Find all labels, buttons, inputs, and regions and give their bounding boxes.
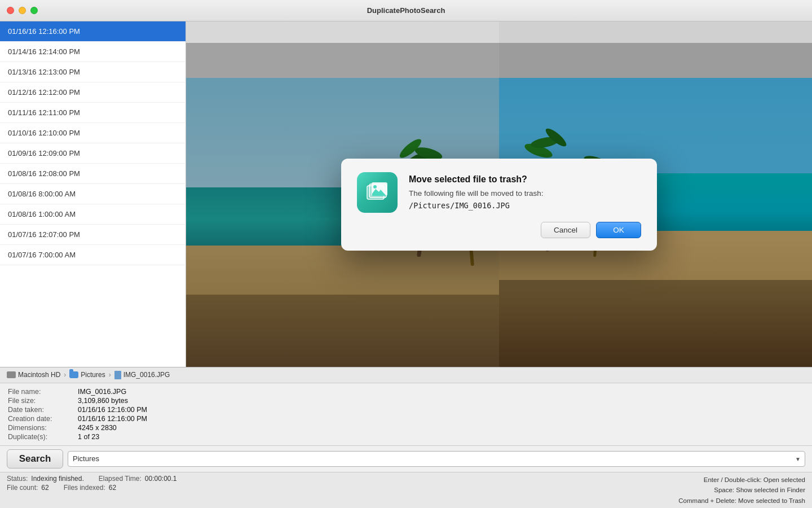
breadcrumb-folder: Pictures: [81, 371, 105, 379]
list-item[interactable]: 01/14/16 12:14:00 PM: [0, 42, 186, 62]
file-count-value: 62: [41, 484, 48, 492]
date-taken-value: 01/16/16 12:16:00 PM: [78, 406, 804, 414]
files-indexed-label: Files indexed:: [64, 484, 105, 492]
modal-filepath: /Pictures/IMG_0016.JPG: [409, 201, 641, 210]
bottom-section: Macintosh HD › Pictures › IMG_0016.JPG F…: [0, 367, 812, 508]
list-item[interactable]: 01/13/16 12:13:00 PM: [0, 62, 186, 82]
list-item[interactable]: 01/08/16 12:08:00 PM: [0, 164, 186, 184]
list-item[interactable]: 01/10/16 12:10:00 PM: [0, 123, 186, 143]
cancel-button[interactable]: Cancel: [541, 222, 590, 238]
app-icon: [357, 172, 398, 213]
file-size-value: 3,109,860 bytes: [78, 397, 804, 405]
svg-point-3: [373, 185, 377, 189]
date-taken-label: Date taken:: [8, 406, 76, 414]
modal-subtitle: The following file will be moved to tras…: [409, 189, 641, 198]
search-dropdown[interactable]: Pictures Desktop Documents Home Folder M…: [68, 451, 805, 467]
list-item[interactable]: 01/08/16 1:00:00 AM: [0, 204, 186, 225]
status-bar: Status: Indexing finished. Elapsed Time:…: [0, 472, 812, 508]
modal-header: Move selected file to trash? The followi…: [357, 172, 641, 213]
window-title: DuplicatePhotoSearch: [367, 6, 445, 15]
file-count-label: File count:: [7, 484, 38, 492]
shortcut-line-1: Enter / Double-click: Open selected: [678, 475, 805, 485]
creation-date-value: 01/16/16 12:16:00 PM: [78, 415, 804, 423]
status-row-2: File count: 62 Files indexed: 62: [7, 484, 177, 492]
status-label: Status:: [7, 475, 28, 483]
duplicates-label: Duplicate(s):: [8, 433, 76, 441]
breadcrumb-sep-2: ›: [109, 371, 111, 379]
breadcrumb-bar: Macintosh HD › Pictures › IMG_0016.JPG: [0, 367, 812, 383]
duplicates-value: 1 of 23: [78, 433, 804, 441]
breadcrumb-sep-1: ›: [64, 371, 66, 379]
file-name-value: IMG_0016.JPG: [78, 388, 804, 396]
modal-text: Move selected file to trash? The followi…: [409, 172, 641, 210]
file-list[interactable]: 01/16/16 12:16:00 PM 01/14/16 12:14:00 P…: [0, 21, 186, 367]
app-icon-svg: [365, 180, 390, 205]
list-item[interactable]: 01/08/16 8:00:00 AM: [0, 184, 186, 204]
file-info-panel: File name: IMG_0016.JPG File size: 3,109…: [0, 383, 812, 445]
elapsed-value: 00:00:00.1: [145, 475, 177, 483]
breadcrumb-file: IMG_0016.JPG: [123, 371, 170, 379]
dimensions-value: 4245 x 2830: [78, 424, 804, 432]
minimize-button[interactable]: [19, 7, 26, 14]
window-controls: [7, 7, 38, 14]
search-bar: Search Pictures Desktop Documents Home F…: [0, 445, 812, 472]
title-bar: DuplicatePhotoSearch: [0, 0, 812, 21]
hdd-icon: [7, 371, 16, 378]
list-item[interactable]: 01/07/16 12:07:00 PM: [0, 225, 186, 245]
modal-buttons: Cancel OK: [357, 222, 641, 238]
ok-button[interactable]: OK: [596, 222, 641, 238]
status-value: Indexing finished.: [31, 475, 83, 483]
shortcut-line-3: Command + Delete: Move selected to Trash: [678, 496, 805, 506]
modal-title: Move selected file to trash?: [409, 174, 641, 185]
list-item[interactable]: 01/07/16 7:00:00 AM: [0, 245, 186, 265]
list-item[interactable]: 01/16/16 12:16:00 PM: [0, 21, 186, 42]
status-row-1: Status: Indexing finished. Elapsed Time:…: [7, 475, 177, 483]
keyboard-shortcuts: Enter / Double-click: Open selected Spac…: [678, 475, 805, 506]
close-button[interactable]: [7, 7, 14, 14]
files-indexed-value: 62: [109, 484, 116, 492]
file-name-label: File name:: [8, 388, 76, 396]
maximize-button[interactable]: [30, 7, 38, 14]
search-dropdown-wrapper: Pictures Desktop Documents Home Folder M…: [68, 451, 805, 467]
status-left: Status: Indexing finished. Elapsed Time:…: [7, 475, 177, 492]
shortcut-line-2: Space: Show selected in Finder: [678, 485, 805, 495]
dimensions-label: Dimensions:: [8, 424, 76, 432]
file-icon: [114, 371, 121, 379]
elapsed-label: Elapsed Time:: [99, 475, 142, 483]
list-item[interactable]: 01/09/16 12:09:00 PM: [0, 143, 186, 164]
modal-overlay: Move selected file to trash? The followi…: [186, 43, 812, 367]
app-window: DuplicatePhotoSearch 01/16/16 12:16:00 P…: [0, 0, 812, 508]
main-content: 01/16/16 12:16:00 PM 01/14/16 12:14:00 P…: [0, 21, 812, 367]
list-item[interactable]: 01/11/16 12:11:00 PM: [0, 103, 186, 123]
file-size-label: File size:: [8, 397, 76, 405]
list-item[interactable]: 01/12/16 12:12:00 PM: [0, 82, 186, 103]
photo-area: Move selected file to trash? The followi…: [186, 21, 812, 367]
breadcrumb-hdd: Macintosh HD: [18, 371, 60, 379]
creation-date-label: Creation date:: [8, 415, 76, 423]
modal-dialog: Move selected file to trash? The followi…: [341, 159, 657, 251]
folder-icon: [69, 371, 78, 378]
search-button[interactable]: Search: [7, 449, 63, 468]
